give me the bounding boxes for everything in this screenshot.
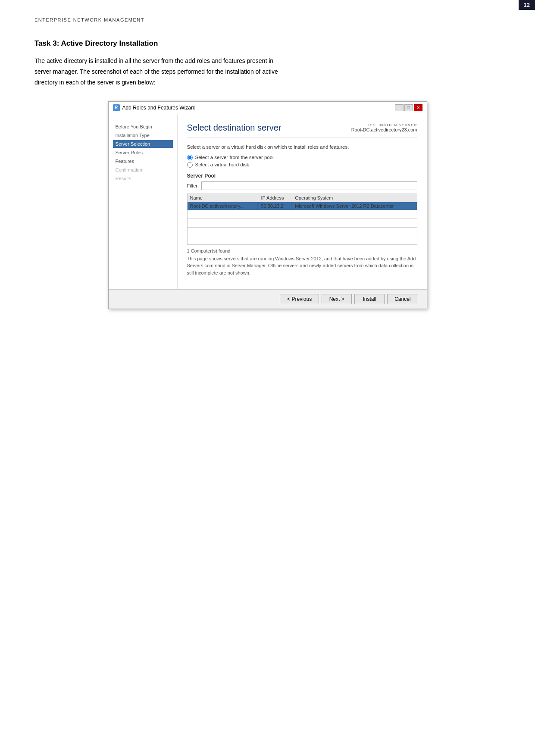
wizard-dialog: R Add Roles and Features Wizard – □ ✕ Be…: [108, 101, 427, 309]
col-name: Name: [187, 194, 258, 202]
destination-header: Select destination server DESTINATION SE…: [187, 123, 417, 137]
sidebar-item-server-roles[interactable]: Server Roles: [113, 149, 173, 156]
previous-button[interactable]: < Previous: [280, 294, 319, 304]
row-ip: 50.50.23.2: [258, 202, 292, 210]
filter-input[interactable]: [201, 181, 417, 190]
table-row-empty-1: [187, 210, 417, 219]
content-description: Select a server or a virtual hard disk o…: [187, 144, 417, 150]
wizard-titlebar: R Add Roles and Features Wizard – □ ✕: [109, 102, 427, 114]
radio-virtual-disk-input[interactable]: [187, 162, 193, 168]
sidebar-item-before-you-begin[interactable]: Before You Begin: [113, 123, 173, 131]
destination-title: Select destination server: [187, 123, 282, 133]
sidebar-item-features[interactable]: Features: [113, 157, 173, 165]
server-pool-label: Server Pool: [187, 173, 417, 179]
destination-server-label: DESTINATION SERVER: [351, 123, 417, 127]
sidebar-item-installation-type[interactable]: Installation Type: [113, 131, 173, 139]
radio-server-pool-input[interactable]: [187, 155, 193, 160]
sidebar-item-server-selection[interactable]: Server Selection: [113, 140, 173, 148]
wizard-main-content: Select destination server DESTINATION SE…: [178, 114, 427, 290]
computers-found: 1 Computer(s) found: [187, 248, 417, 253]
filter-label: Filter:: [187, 183, 199, 188]
table-row-empty-3: [187, 227, 417, 236]
col-os: Operating System: [292, 194, 417, 202]
install-button[interactable]: Install: [354, 294, 385, 304]
wizard-footer: < Previous Next > Install Cancel: [109, 289, 427, 309]
minimize-button[interactable]: –: [395, 104, 404, 111]
radio-server-pool-label: Select a server from the server pool: [195, 155, 274, 160]
wizard-sidebar: Before You Begin Installation Type Serve…: [109, 114, 178, 290]
radio-virtual-disk[interactable]: Select a virtual hard disk: [187, 162, 417, 168]
wizard-icon: R: [113, 104, 120, 111]
row-os: Microsoft Windows Server 2012 R2 Datacen…: [292, 202, 417, 210]
destination-server-name: Root-DC.activedirectory23.com: [351, 127, 417, 132]
radio-server-pool[interactable]: Select a server from the server pool: [187, 155, 417, 160]
next-button[interactable]: Next >: [322, 294, 352, 304]
document-header: ENTERPRISE NETWORK MANAGEMENT: [34, 17, 501, 26]
sidebar-item-confirmation[interactable]: Confirmation: [113, 166, 173, 174]
wizard-title: Add Roles and Features Wizard: [122, 105, 196, 111]
filter-row: Filter:: [187, 181, 417, 190]
restore-button[interactable]: □: [404, 104, 413, 111]
server-table: Name IP Address Operating System Root-DC…: [187, 194, 417, 245]
table-row-empty-4: [187, 236, 417, 244]
row-name: Root-DC.activedirectory...: [187, 202, 258, 210]
radio-virtual-disk-label: Select a virtual hard disk: [195, 162, 249, 167]
titlebar-controls: – □ ✕: [395, 104, 422, 111]
cancel-button[interactable]: Cancel: [387, 294, 418, 304]
task-heading: Task 3: Active Directory Installation: [34, 39, 501, 48]
sidebar-item-results[interactable]: Results: [113, 175, 173, 182]
body-text: The active directory is installed in all…: [34, 56, 501, 88]
col-ip: IP Address: [258, 194, 292, 202]
table-row[interactable]: Root-DC.activedirectory... 50.50.23.2 Mi…: [187, 202, 417, 210]
page-number: 12: [519, 0, 535, 10]
destination-server-info: DESTINATION SERVER Root-DC.activedirecto…: [351, 123, 417, 132]
close-button[interactable]: ✕: [414, 104, 422, 111]
table-row-empty-2: [187, 219, 417, 227]
footer-note: This page shows servers that are running…: [187, 255, 417, 277]
